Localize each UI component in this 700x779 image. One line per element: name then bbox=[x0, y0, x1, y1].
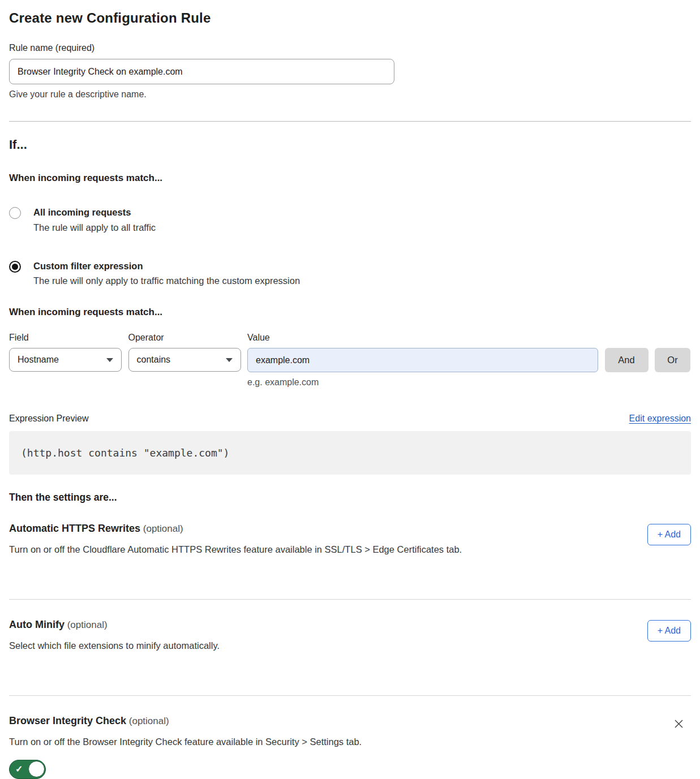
if-heading: If... bbox=[9, 137, 691, 152]
rule-name-label: Rule name (required) bbox=[9, 43, 691, 53]
setting-auto-minify: Auto Minify (optional) Select which file… bbox=[9, 619, 691, 674]
setting-optional-suffix: (optional) bbox=[126, 716, 169, 726]
value-input[interactable] bbox=[247, 348, 598, 372]
expression-preview-label: Expression Preview bbox=[9, 414, 89, 424]
radio-button[interactable] bbox=[9, 207, 21, 219]
builder-column-labels: Field Operator Value bbox=[9, 333, 691, 343]
chevron-down-icon bbox=[106, 358, 113, 362]
toggle-knob bbox=[28, 761, 45, 777]
chevron-down-icon bbox=[226, 358, 233, 362]
setting-description: Turn on or off the Browser Integrity Che… bbox=[9, 737, 362, 747]
operator-select[interactable]: contains bbox=[128, 348, 241, 372]
radio-option-description: The rule will only apply to traffic matc… bbox=[33, 276, 300, 286]
setting-optional-suffix: (optional) bbox=[140, 523, 183, 534]
radio-option-label[interactable]: Custom filter expression bbox=[33, 260, 300, 272]
radio-option-custom-filter[interactable]: Custom filter expression The rule will o… bbox=[9, 260, 691, 287]
rule-name-helper: Give your rule a descriptive name. bbox=[9, 89, 691, 100]
radio-option-description: The rule will apply to all traffic bbox=[33, 222, 156, 233]
browser-integrity-check-toggle[interactable]: ✓ bbox=[9, 760, 46, 779]
setting-description: Turn on or off the Cloudflare Automatic … bbox=[9, 544, 462, 555]
builder-heading: When incoming requests match... bbox=[9, 307, 691, 318]
builder-controls-row: Hostname contains And Or bbox=[9, 348, 691, 372]
page-title: Create new Configuration Rule bbox=[9, 10, 691, 26]
radio-option-all-requests[interactable]: All incoming requests The rule will appl… bbox=[9, 206, 691, 233]
field-select[interactable]: Hostname bbox=[9, 348, 122, 372]
setting-title: Automatic HTTPS Rewrites bbox=[9, 523, 140, 534]
value-helper: e.g. example.com bbox=[247, 377, 691, 388]
rule-name-input[interactable] bbox=[9, 59, 394, 84]
setting-description: Select which file extensions to minify a… bbox=[9, 640, 220, 651]
or-button[interactable]: Or bbox=[655, 348, 690, 372]
edit-expression-link[interactable]: Edit expression bbox=[629, 414, 691, 424]
radio-button[interactable] bbox=[9, 261, 21, 273]
field-select-value: Hostname bbox=[18, 355, 59, 365]
radio-option-label[interactable]: All incoming requests bbox=[33, 206, 156, 218]
value-column-label: Value bbox=[247, 333, 598, 343]
section-divider bbox=[9, 695, 691, 696]
section-divider bbox=[9, 599, 691, 600]
section-divider bbox=[9, 121, 691, 122]
close-icon bbox=[673, 718, 684, 729]
operator-column-label: Operator bbox=[128, 333, 241, 343]
setting-title: Auto Minify bbox=[9, 619, 65, 630]
setting-title: Browser Integrity Check bbox=[9, 715, 126, 726]
setting-browser-integrity-check: Browser Integrity Check (optional) Turn … bbox=[9, 715, 691, 779]
expression-code-text: (http.host contains "example.com") bbox=[21, 447, 229, 459]
add-automatic-https-rewrites-button[interactable]: + Add bbox=[647, 524, 691, 545]
check-icon: ✓ bbox=[15, 765, 23, 774]
expression-preview-code: (http.host contains "example.com") bbox=[9, 431, 691, 475]
create-configuration-rule-form: Create new Configuration Rule Rule name … bbox=[0, 0, 700, 779]
operator-select-value: contains bbox=[137, 355, 171, 365]
add-auto-minify-button[interactable]: + Add bbox=[647, 620, 691, 642]
then-settings-heading: Then the settings are... bbox=[9, 492, 691, 503]
setting-optional-suffix: (optional) bbox=[65, 619, 108, 630]
and-button[interactable]: And bbox=[605, 348, 649, 372]
remove-setting-button[interactable] bbox=[671, 716, 686, 731]
field-column-label: Field bbox=[9, 333, 122, 343]
setting-automatic-https-rewrites: Automatic HTTPS Rewrites (optional) Turn… bbox=[9, 523, 691, 578]
match-heading: When incoming requests match... bbox=[9, 173, 691, 184]
